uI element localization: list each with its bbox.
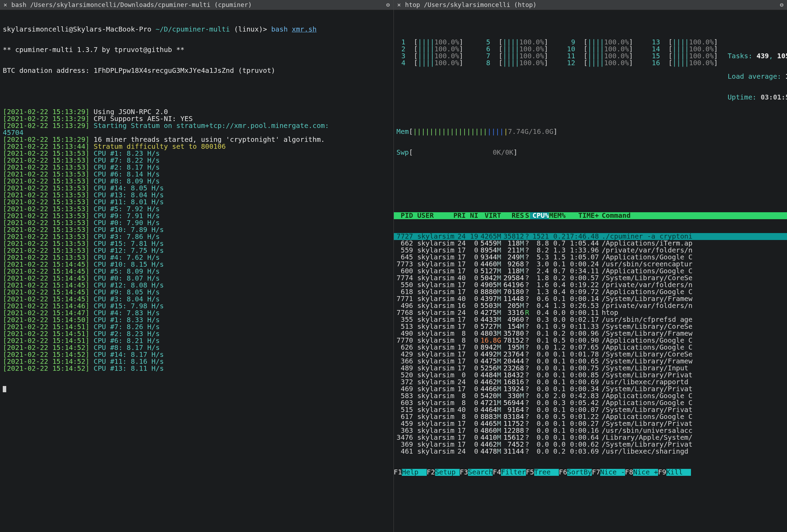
process-row[interactable]: 363 skylarsim1704860M12288?0.00.10:00.16… [394, 427, 787, 434]
prompt-arrow: > [263, 25, 267, 33]
banner-line: ** cpuminer-multi 1.3.7 by tpruvot@githu… [3, 46, 391, 53]
fkey-help[interactable]: Help [402, 469, 426, 476]
cpu-meter: 8 [||||100.0%] [481, 60, 548, 67]
cpu-meter: 9 [||||100.0%] [566, 39, 633, 46]
process-row[interactable]: 461 skylarsim2404478M31144?0.00.20:03.69… [394, 448, 787, 455]
fkey-kill[interactable]: Kill [666, 469, 691, 476]
process-row[interactable]: 583 skylarsim805420M330M?0.02.00:42.83/A… [394, 393, 787, 400]
process-row[interactable]: 7770 skylarsim8016.8G78152?0.10.50:00.90… [394, 337, 787, 344]
pane-menu-icon[interactable]: ⊖ [386, 2, 390, 8]
cpu-meter: 15 [||||100.0%] [651, 53, 718, 60]
mem-label: Mem [397, 128, 409, 136]
log-line: [2021-02-22 15:14:45] CPU #0: 8.07 H/s [3, 275, 391, 282]
uptime-label: Uptime: [728, 93, 756, 101]
pane-menu-icon[interactable]: ⊖ [780, 2, 784, 8]
process-row[interactable]: 520 skylarsim004484M18432?0.00.10:00.85/… [394, 372, 787, 379]
fkey-label: F8 [625, 469, 633, 476]
threads-count: 1059 [777, 52, 787, 60]
process-row[interactable]: 366 skylarsim1704475M20444?0.00.10:00.65… [394, 358, 787, 365]
close-icon[interactable]: × [397, 2, 401, 8]
fkey-label: F4 [493, 469, 501, 476]
log-line: [2021-02-22 15:14:51] CPU #6: 8.21 H/s [3, 337, 391, 344]
prompt-path: ~/D/cpuminer-multi [156, 25, 230, 33]
log-line: [2021-02-22 15:14:51] CPU #7: 8.26 H/s [3, 324, 391, 331]
log-line: [2021-02-22 15:13:53] CPU #9: 7.91 H/s [3, 213, 391, 220]
log-line: [2021-02-22 15:13:53] CPU #7: 8.22 H/s [3, 157, 391, 164]
log-line: [2021-02-22 15:14:52] CPU #11: 8.16 H/s [3, 358, 391, 365]
system-info: Tasks: 439, 1059 thr; 16 running Load av… [728, 39, 787, 114]
prompt-cmd: bash [271, 25, 288, 33]
process-row[interactable]: 489 skylarsim1705256M23268?0.00.10:00.75… [394, 365, 787, 372]
log-line: [2021-02-22 15:13:53] CPU #8: 8.09 H/s [3, 178, 391, 185]
log-line: [2021-02-22 15:14:52] CPU #13: 8.11 H/s [3, 365, 391, 372]
fkey-nice -[interactable]: Nice - [600, 469, 625, 476]
mem-bar: | [504, 128, 508, 136]
process-row[interactable]: 496 skylarsim1605503M205M?0.41.30:26.53/… [394, 302, 787, 309]
close-icon[interactable]: × [3, 2, 7, 8]
process-row[interactable]: 369 skylarsim1704462M7452?0.00.00:00.62/… [394, 441, 787, 448]
process-row[interactable]: 7771 skylarsim4004397M11448?0.60.10:00.1… [394, 295, 787, 302]
prompt-context: (linux) [234, 25, 263, 33]
process-row[interactable]: 662 skylarsim2405459M118M?8.80.71:05.44/… [394, 240, 787, 247]
prompt-arg: xmr.sh [292, 25, 317, 33]
process-row[interactable]: 429 skylarsim1704492M23764?0.00.10:01.78… [394, 351, 787, 358]
process-row[interactable]: 550 skylarsim1704905M64196?1.60.40:19.22… [394, 282, 787, 289]
swp-total: 0K [505, 148, 513, 156]
fkey-filter[interactable]: Filter [501, 469, 526, 476]
log-line: 45704 [3, 129, 391, 136]
log-line: [2021-02-22 15:14:45] CPU #5: 8.09 H/s [3, 268, 391, 275]
banner-line: BTC donation address: 1FhDPLPpw18X4srecg… [3, 67, 391, 74]
log-line: [2021-02-22 15:13:53] CPU #4: 7.62 H/s [3, 254, 391, 261]
process-row[interactable]: 617 skylarsim808883M83184?0.00.50:01.22/… [394, 413, 787, 420]
process-row[interactable]: 618 skylarsim1708880M70180?1.30.40:09.72… [394, 289, 787, 295]
log-line: [2021-02-22 15:13:29] CPU Supports AES-N… [3, 115, 391, 122]
log-line: [2021-02-22 15:13:53] CPU #13: 8.04 H/s [3, 192, 391, 199]
process-row[interactable]: 559 skylarsim1708954M211M?8.21.31:33.96/… [394, 247, 787, 254]
left-terminal[interactable]: skylarsimoncelli@Skylars-MacBook-Pro ~/D… [0, 10, 394, 532]
log-line: [2021-02-22 15:14:50] CPU #1: 8.33 H/s [3, 317, 391, 324]
fkey-tree[interactable]: Tree [534, 469, 559, 476]
fkey-search[interactable]: Search [468, 469, 493, 476]
process-row[interactable]: 7774 skylarsim4005042M29584?1.80.20:00.5… [394, 275, 787, 282]
log-line: [2021-02-22 15:13:29] 16 miner threads s… [3, 136, 391, 143]
right-tab-title: htop /Users/skylarsimoncelli (htop) [405, 2, 536, 8]
process-row[interactable]: 459 skylarsim1704465M11752?0.00.10:00.27… [394, 420, 787, 427]
log-line: [2021-02-22 15:14:52] CPU #8: 8.17 H/s [3, 344, 391, 351]
process-row[interactable]: 3476 skylarsim1704410M15612?0.00.10:00.6… [394, 434, 787, 441]
cpu-meter: 4 [||||100.0%] [397, 60, 464, 67]
loadavg-1: 19.62 [785, 72, 787, 80]
fkey-label: F9 [658, 469, 666, 476]
mem-used: 7.74G [508, 128, 529, 136]
cpu-meter: 12 [||||100.0%] [566, 60, 633, 67]
process-header[interactable]: PID USERPRINIVIRTRESSCPU%MEM%TIME+Comman… [394, 212, 787, 219]
cpu-meter: 6 [||||100.0%] [481, 46, 548, 53]
log-line: [2021-02-22 15:14:52] CPU #14: 8.17 H/s [3, 351, 391, 358]
process-row[interactable]: 626 skylarsim1708942M195M?0.01.20:07.65/… [394, 344, 787, 351]
log-line: [2021-02-22 15:13:53] CPU #2: 8.17 H/s [3, 164, 391, 171]
process-row[interactable]: 603 skylarsim804721M56944?0.00.30:05.42/… [394, 400, 787, 406]
log-line: [2021-02-22 15:14:45] CPU #10: 8.15 H/s [3, 261, 391, 268]
process-row[interactable]: 469 skylarsim1704466M13924?0.00.10:00.34… [394, 386, 787, 393]
process-row[interactable]: 372 skylarsim2404462M16816?0.00.10:00.69… [394, 379, 787, 386]
mem-total: 16.0G [533, 128, 554, 136]
process-row[interactable]: 7727 skylarsim24194265M35812?15210.217:4… [394, 233, 787, 240]
process-row[interactable]: 645 skylarsim1709344M249M?5.31.51:05.07/… [394, 254, 787, 261]
right-tabbar: × htop /Users/skylarsimoncelli (htop) ⊖ [394, 0, 787, 10]
process-row[interactable]: 490 skylarsim804803M35780?0.10.20:00.96/… [394, 330, 787, 337]
mem-bar: |||| [487, 128, 504, 136]
right-terminal[interactable]: 1 [||||100.0%]2 [||||100.0%]3 [||||100.0… [394, 10, 787, 532]
process-row[interactable]: 600 skylarsim1705127M118M?2.40.70:34.11/… [394, 268, 787, 275]
fkey-label: F7 [592, 469, 600, 476]
fkey-nice +[interactable]: Nice + [633, 469, 658, 476]
process-list[interactable]: 7727 skylarsim24194265M35812?15210.217:4… [394, 233, 787, 455]
fkey-setup[interactable]: Setup [435, 469, 460, 476]
process-row[interactable]: 355 skylarsim1704433M4960?0.30.00:02.17/… [394, 316, 787, 323]
process-row[interactable]: 7768 skylarsim2404275M3316R0.40.00:00.11… [394, 309, 787, 316]
process-row[interactable]: 515 skylarsim4004464M9164?0.00.10:00.07/… [394, 406, 787, 413]
function-keys: F1Help F2Setup F3SearchF4FilterF5Tree F6… [394, 469, 787, 476]
process-row[interactable]: 7773 skylarsim1704460M9268?3.00.10:00.24… [394, 261, 787, 268]
tasks-count: 439 [756, 52, 769, 60]
process-row[interactable]: 513 skylarsim1705727M154M?0.10.90:11.33/… [394, 323, 787, 330]
fkey-sortby[interactable]: SortBy [567, 469, 592, 476]
cpu-meter: 5 [||||100.0%] [481, 39, 548, 46]
